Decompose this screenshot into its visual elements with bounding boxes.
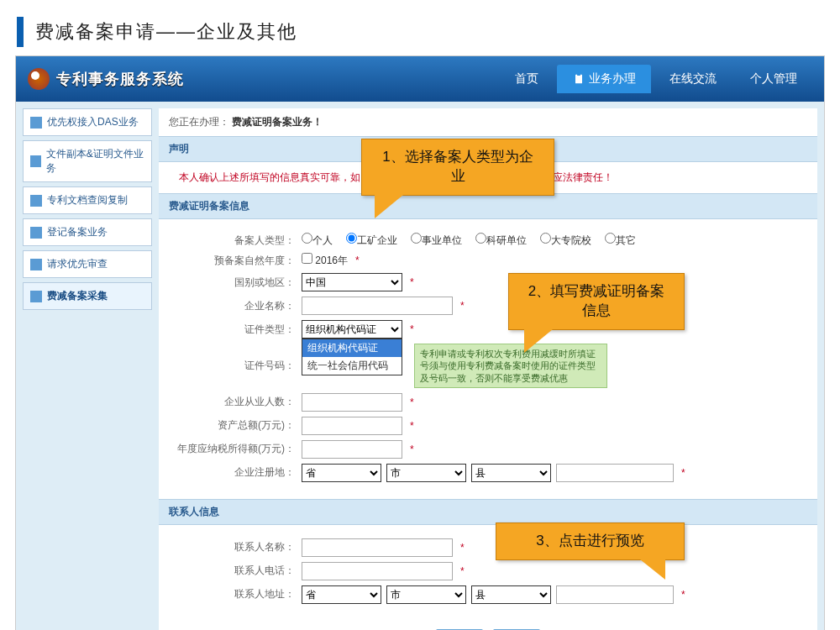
staff-input[interactable]: [302, 393, 402, 412]
callout-3-text: 3、点击进行预览: [536, 533, 643, 549]
callout-2-text: 2、填写费减证明备案信息: [528, 283, 664, 318]
doc-icon: [30, 195, 42, 207]
radio-shiye[interactable]: 事业单位: [411, 233, 462, 248]
sidebar-item-label: 文件副本&证明文件业务: [46, 147, 144, 176]
label-contact-phone: 联系人电话：: [159, 564, 302, 578]
radio-other[interactable]: 其它: [605, 233, 636, 248]
tax-input[interactable]: [302, 440, 402, 459]
org-name-input[interactable]: [302, 297, 453, 315]
applicant-type-radios: 个人 工矿企业 事业单位 科研单位 大专院校 其它: [302, 233, 817, 248]
c-province-select[interactable]: 省: [302, 585, 381, 604]
svg-rect-1: [577, 73, 580, 76]
doc-icon: [30, 291, 42, 302]
info-head: 费减证明备案信息: [159, 193, 817, 219]
required-mark: *: [460, 565, 465, 577]
contact-phone-input[interactable]: [302, 562, 453, 580]
cert-type-dropdown[interactable]: 组织机构代码证 组织机构代码证 统一社会信用代码: [302, 320, 402, 339]
top-nav: 首页 业务办理 在线交流 个人管理: [500, 65, 812, 93]
nav-business-label: 业务办理: [589, 71, 636, 87]
radio-keyan[interactable]: 科研单位: [475, 233, 527, 248]
form-info: 备案人类型： 个人 工矿企业 事业单位 科研单位 大专院校 其它 预备案自然年度…: [159, 219, 817, 499]
sidebar-item-label: 请求优先审查: [47, 257, 108, 271]
sidebar-item-label: 登记备案业务: [47, 225, 108, 239]
arrow-icon: [375, 195, 403, 218]
doc-icon: [30, 227, 42, 239]
cert-opt-1[interactable]: 组织机构代码证: [302, 339, 402, 357]
addr-detail-input[interactable]: [556, 464, 674, 482]
doc-icon: [30, 155, 41, 167]
c-city-select[interactable]: 市: [386, 585, 466, 604]
assets-input[interactable]: [302, 417, 402, 435]
title-accent-bar: [17, 17, 24, 47]
callout-1: 1、选择备案人类型为企业: [361, 139, 554, 196]
radio-personal[interactable]: 个人: [302, 233, 333, 248]
decl-b: 应法律责任！: [553, 171, 613, 183]
required-mark: *: [681, 589, 685, 601]
logo-icon: [28, 68, 50, 90]
callout-1-text: 1、选择备案人类型为企业: [382, 149, 533, 184]
app-title: 专利事务服务系统: [56, 69, 184, 89]
doc-icon: [30, 259, 42, 270]
required-mark: *: [681, 467, 685, 479]
contact-name-input[interactable]: [302, 538, 453, 557]
required-mark: *: [410, 444, 414, 455]
sidebar-item-label: 专利文档查阅复制: [47, 193, 128, 207]
label-cert-no: 证件号码：: [159, 359, 302, 373]
nav-personal[interactable]: 个人管理: [735, 65, 812, 93]
form-contact: 联系人名称： * 联系人电话： * 联系人地址： 省 市 县 *: [159, 525, 817, 621]
breadcrumb: 您正在办理： 费减证明备案业务！: [159, 108, 817, 136]
label-staff: 企业从业人数：: [159, 395, 302, 409]
label-tax: 年度应纳税所得额(万元)：: [159, 442, 302, 456]
sidebar-item-register[interactable]: 登记备案业务: [23, 218, 152, 246]
arrow-icon: [640, 559, 665, 580]
nav-chat[interactable]: 在线交流: [654, 65, 732, 93]
slide-title: 费减备案申请——企业及其他: [35, 19, 297, 45]
nav-home[interactable]: 首页: [500, 65, 554, 93]
crumb-prefix: 您正在办理：: [169, 116, 229, 128]
radio-gongkuang[interactable]: 工矿企业: [346, 233, 397, 248]
decl-a: 本人确认上述所填写的信息真实可靠，如: [179, 171, 360, 183]
sidebar-item-label: 费减备案采集: [47, 289, 108, 303]
province-select[interactable]: 省: [302, 464, 381, 482]
nav-business[interactable]: 业务办理: [557, 65, 651, 93]
country-select[interactable]: 中国: [302, 273, 402, 291]
button-row: 返回 预览: [159, 621, 817, 630]
cert-type-list: 组织机构代码证 统一社会信用代码: [302, 339, 402, 375]
topbar: 专利事务服务系统 首页 业务办理 在线交流 个人管理: [16, 56, 824, 102]
required-mark: *: [460, 542, 465, 554]
callout-3: 3、点击进行预览: [496, 522, 685, 560]
required-mark: *: [410, 323, 414, 335]
label-reg-addr: 企业注册地：: [159, 465, 302, 480]
sidebar-item-label: 优先权接入DAS业务: [47, 115, 139, 129]
label-country: 国别或地区：: [159, 276, 302, 290]
label-cert-type: 证件类型：: [159, 323, 302, 337]
required-mark: *: [410, 420, 414, 432]
county-select[interactable]: 县: [471, 464, 551, 482]
sidebar-item-fee[interactable]: 费减备案采集: [23, 282, 152, 310]
required-mark: *: [460, 300, 465, 312]
sidebar-item-priority[interactable]: 请求优先审查: [23, 250, 152, 278]
clipboard-icon: [572, 72, 585, 86]
label-year: 预备案自然年度：: [159, 254, 302, 268]
svg-rect-0: [575, 75, 582, 84]
required-mark: *: [410, 396, 414, 408]
app-logo: 专利事务服务系统: [28, 68, 184, 90]
label-org-name: 企业名称：: [159, 299, 302, 313]
label-contact-name: 联系人名称：: [159, 540, 302, 554]
doc-icon: [30, 117, 42, 129]
radio-daxue[interactable]: 大专院校: [540, 233, 591, 248]
sidebar-item-das[interactable]: 优先权接入DAS业务: [23, 108, 152, 136]
cert-type-select[interactable]: 组织机构代码证: [302, 320, 402, 339]
year-checkbox[interactable]: 2016年: [302, 253, 348, 268]
cert-tip: 专利申请或专利权次专利费用减缓时所填证号须与使用专利费减备案时使用的证件类型及号…: [414, 344, 607, 388]
required-mark: *: [355, 255, 360, 266]
c-addr-detail-input[interactable]: [556, 585, 674, 604]
cert-opt-2[interactable]: 统一社会信用代码: [302, 357, 402, 375]
city-select[interactable]: 市: [386, 464, 466, 482]
sidebar-item-copy[interactable]: 文件副本&证明文件业务: [23, 140, 152, 182]
sidebar-item-view[interactable]: 专利文档查阅复制: [23, 186, 152, 214]
c-county-select[interactable]: 县: [471, 585, 551, 604]
label-contact-addr: 联系人地址：: [159, 587, 302, 601]
contact-head: 联系人信息: [159, 499, 817, 525]
required-mark: *: [410, 276, 414, 288]
